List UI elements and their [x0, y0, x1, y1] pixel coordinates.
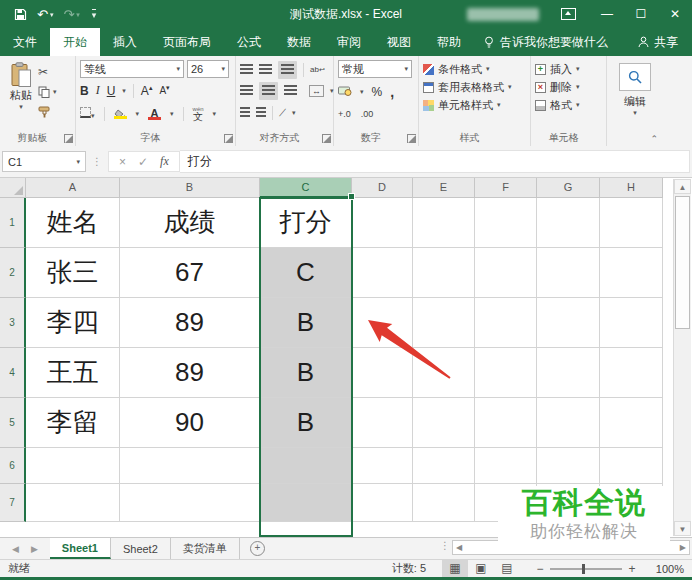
font-size-select[interactable]: 26▾: [187, 60, 229, 78]
bold-button[interactable]: B: [80, 84, 89, 98]
cell-H1[interactable]: [600, 198, 663, 248]
cell-G2[interactable]: [537, 248, 600, 298]
normal-view-icon[interactable]: ▦: [442, 560, 468, 577]
row-header-2[interactable]: 2: [0, 248, 26, 298]
customize-quick-access-icon[interactable]: ▾: [90, 9, 97, 20]
ribbon-display-options-icon[interactable]: [561, 8, 576, 20]
format-painter-button[interactable]: [38, 104, 57, 119]
cell-A1[interactable]: 姓名: [26, 198, 120, 248]
tab-data[interactable]: 数据: [274, 28, 324, 56]
cell-E4[interactable]: [413, 348, 475, 398]
cell-C6[interactable]: [260, 448, 352, 484]
cell-C1[interactable]: 打分: [260, 198, 352, 248]
prev-sheet-icon[interactable]: ◀: [12, 544, 19, 554]
scroll-down-icon[interactable]: ▼: [674, 521, 691, 536]
cell-D4[interactable]: [352, 348, 413, 398]
sheet-tab-sheet2[interactable]: Sheet2: [111, 538, 171, 559]
column-header-g[interactable]: G: [537, 178, 600, 198]
merge-center-button[interactable]: ↔: [309, 85, 324, 97]
row-header-1[interactable]: 1: [0, 198, 26, 248]
wrap-text-button[interactable]: ab↩: [310, 65, 325, 74]
row-header-3[interactable]: 3: [0, 298, 26, 348]
enter-icon[interactable]: ✓: [138, 155, 148, 169]
name-box[interactable]: C1▾: [2, 151, 86, 172]
percent-style-button[interactable]: %: [372, 85, 383, 99]
phonetic-guide-button[interactable]: wén 文: [193, 106, 204, 122]
cell-C2[interactable]: C: [260, 248, 352, 298]
scroll-right-icon[interactable]: ▶: [680, 543, 686, 552]
borders-button[interactable]: ▾: [80, 107, 95, 121]
cell-B6[interactable]: [120, 448, 260, 484]
shrink-font-button[interactable]: A▾: [159, 84, 169, 96]
sheet-tab-sales-list[interactable]: 卖货清单: [171, 538, 240, 559]
cell-D6[interactable]: [352, 448, 413, 484]
cell-B7[interactable]: [120, 484, 260, 522]
tab-help[interactable]: 帮助: [424, 28, 474, 56]
vertical-scrollbar[interactable]: ▲ ▼: [673, 179, 691, 536]
cell-H3[interactable]: [600, 298, 663, 348]
cell-E3[interactable]: [413, 298, 475, 348]
cell-F5[interactable]: [475, 398, 537, 448]
save-icon[interactable]: [14, 8, 27, 21]
cell-E1[interactable]: [413, 198, 475, 248]
cell-G5[interactable]: [537, 398, 600, 448]
cell-A4[interactable]: 王五: [26, 348, 120, 398]
formula-input[interactable]: 打分: [180, 150, 690, 173]
new-sheet-button[interactable]: +: [240, 538, 275, 559]
font-dialog-launcher-icon[interactable]: [224, 134, 233, 143]
cell-A6[interactable]: [26, 448, 120, 484]
grow-font-button[interactable]: A▴: [141, 84, 153, 98]
row-header-4[interactable]: 4: [0, 348, 26, 398]
font-name-select[interactable]: 等线▾: [80, 60, 184, 78]
cut-button[interactable]: ✂: [38, 64, 57, 79]
cell-D5[interactable]: [352, 398, 413, 448]
next-sheet-icon[interactable]: ▶: [31, 544, 38, 554]
column-header-e[interactable]: E: [413, 178, 475, 198]
cell-E7[interactable]: [413, 484, 475, 522]
scroll-up-icon[interactable]: ▲: [674, 179, 691, 194]
tab-page-layout[interactable]: 页面布局: [150, 28, 224, 56]
zoom-out-icon[interactable]: −: [532, 562, 548, 576]
align-right-button[interactable]: [284, 84, 297, 98]
page-layout-view-icon[interactable]: ▣: [468, 560, 494, 577]
clipboard-dialog-launcher-icon[interactable]: [64, 134, 73, 143]
cell-H4[interactable]: [600, 348, 663, 398]
cell-F6[interactable]: [475, 448, 537, 484]
cell-A2[interactable]: 张三: [26, 248, 120, 298]
cell-styles-button[interactable]: 单元格样式▾: [423, 96, 526, 114]
increase-indent-button[interactable]: [256, 106, 266, 120]
cell-B4[interactable]: 89: [120, 348, 260, 398]
cell-A5[interactable]: 李留: [26, 398, 120, 448]
accounting-format-button[interactable]: [338, 85, 352, 99]
close-button[interactable]: ✕: [658, 0, 692, 28]
align-left-button[interactable]: [240, 84, 253, 98]
zoom-level[interactable]: 100%: [646, 563, 692, 575]
cell-B3[interactable]: 89: [120, 298, 260, 348]
tab-insert[interactable]: 插入: [100, 28, 150, 56]
tell-me-box[interactable]: 告诉我你想要做什么: [474, 28, 618, 56]
cell-G1[interactable]: [537, 198, 600, 248]
tab-home[interactable]: 开始: [50, 28, 100, 56]
column-header-f[interactable]: F: [475, 178, 537, 198]
cell-G6[interactable]: [537, 448, 600, 484]
tab-view[interactable]: 视图: [374, 28, 424, 56]
middle-align-button[interactable]: [259, 63, 272, 77]
formula-bar-splitter[interactable]: ⋮: [86, 156, 108, 167]
underline-button[interactable]: U: [107, 84, 116, 98]
format-cells-button[interactable]: 格式▾: [535, 96, 602, 114]
column-header-c[interactable]: C: [260, 178, 352, 198]
zoom-in-icon[interactable]: +: [624, 562, 640, 576]
cell-D2[interactable]: [352, 248, 413, 298]
cancel-icon[interactable]: ×: [119, 155, 126, 169]
maximize-button[interactable]: ☐: [624, 0, 658, 28]
decrease-indent-button[interactable]: [240, 106, 250, 120]
row-header-6[interactable]: 6: [0, 448, 26, 484]
increase-decimal-button[interactable]: +.0: [338, 109, 351, 119]
cell-F1[interactable]: [475, 198, 537, 248]
cell-E5[interactable]: [413, 398, 475, 448]
undo-icon[interactable]: ↶▾: [37, 8, 53, 21]
paste-button[interactable]: 粘贴 ▾: [4, 60, 38, 130]
row-header-7[interactable]: 7: [0, 484, 26, 522]
copy-button[interactable]: ▾: [38, 84, 57, 99]
select-all-corner[interactable]: [0, 178, 26, 198]
